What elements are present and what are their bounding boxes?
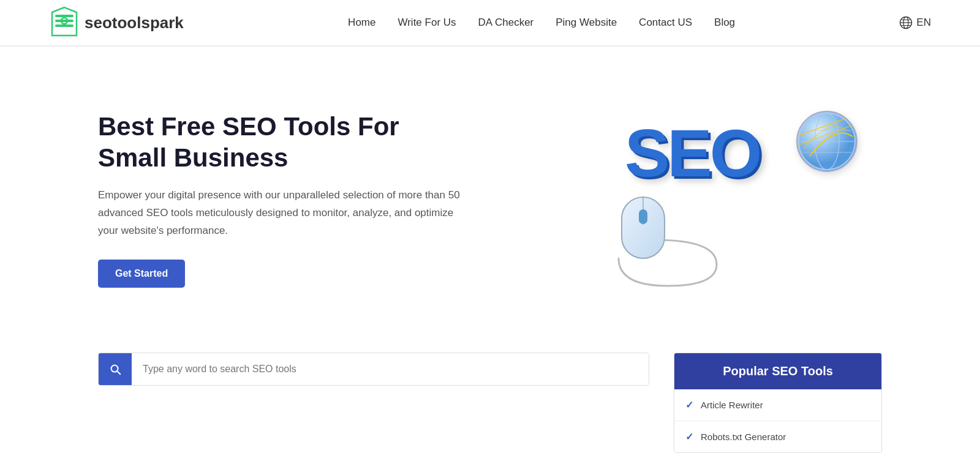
svg-rect-2 [55,15,74,17]
popular-tools-header: Popular SEO Tools [674,353,881,389]
popular-tools-panel: Popular SEO Tools ✓ Article Rewriter ✓ R… [674,353,882,453]
search-section: Popular SEO Tools ✓ Article Rewriter ✓ R… [0,340,980,453]
nav-write-for-us[interactable]: Write For Us [398,17,456,29]
navbar: seotoolspark Home Write For Us DA Checke… [0,0,980,46]
logo-icon [49,6,80,39]
search-bar [98,353,649,386]
nav-blog[interactable]: Blog [714,17,735,29]
hero-section: Best Free SEO Tools For Small Business E… [0,47,980,340]
nav-contact-us[interactable]: Contact US [639,17,692,29]
search-input[interactable] [132,353,649,385]
hero-content: Best Free SEO Tools For Small Business E… [98,111,466,287]
search-icon [108,362,122,376]
svg-rect-17 [639,209,647,224]
search-button[interactable] [99,353,132,385]
mouse-illustration [606,191,729,291]
hero-title: Best Free SEO Tools For Small Business [98,111,466,173]
get-started-button[interactable]: Get Started [98,260,185,288]
lang-label: EN [916,17,931,29]
popular-item-article-rewriter[interactable]: ✓ Article Rewriter [674,389,881,421]
svg-rect-0 [55,24,74,27]
logo-text: seotoolspark [85,13,184,32]
popular-item-robots-txt[interactable]: ✓ Robots.txt Generator [674,421,881,452]
seo-illustration: SEO [588,102,870,298]
globe-illustration [796,111,858,172]
logo-link[interactable]: seotoolspark [49,6,184,39]
hero-description: Empower your digital presence with our u… [98,187,466,240]
globe-icon [899,16,913,29]
seo-text-3d: SEO [625,114,760,192]
svg-rect-1 [55,20,74,22]
nav-links: Home Write For Us DA Checker Ping Websit… [348,17,735,29]
check-icon-1: ✓ [685,399,693,411]
nav-home[interactable]: Home [348,17,375,29]
hero-image: SEO [576,92,882,307]
nav-ping-website[interactable]: Ping Website [556,17,617,29]
nav-da-checker[interactable]: DA Checker [478,17,534,29]
language-selector[interactable]: EN [899,16,931,29]
check-icon-2: ✓ [685,431,693,443]
